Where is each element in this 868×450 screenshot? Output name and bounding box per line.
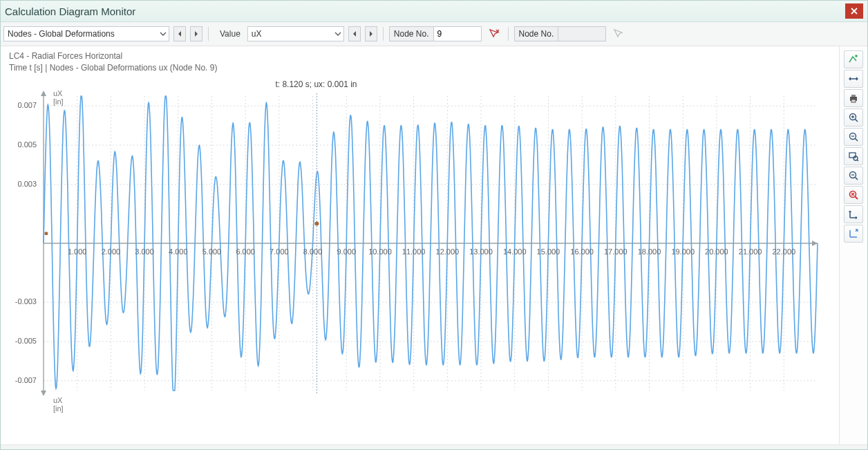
x-tick: 18.000 [638,247,661,256]
x-tick: 4.000 [169,247,188,256]
zoom-minus-icon [848,170,859,181]
svg-point-31 [314,222,319,226]
reset-zoom-icon [848,189,859,200]
toggle-axis-tool[interactable] [844,70,863,88]
separator [508,27,509,41]
zoom-out-icon [848,131,859,142]
zoom-window-icon [848,151,859,162]
x-tick: 22.000 [772,247,795,256]
x-tick: 6.000 [236,247,255,256]
pick-node-button[interactable] [486,26,502,41]
chevron-down-icon [334,30,341,38]
value-label: Value [214,29,243,39]
plot-area[interactable]: LC4 - Radial Forces Horizontal Time t [s… [1,46,839,444]
separator [208,27,209,41]
x-tick: 12.000 [436,247,460,256]
x-tick: 14.000 [503,247,527,256]
value-dropdown[interactable]: uX [247,26,344,41]
y-tick: 0.003 [6,180,37,188]
triangle-right-icon [368,30,374,37]
category-prev-button[interactable] [173,26,186,41]
node-label-2: Node No. [514,26,558,41]
x-tick: 3.000 [135,247,154,256]
axes-origin-tool[interactable] [844,205,863,223]
axes-move-tool[interactable] [844,225,863,243]
body: LC4 - Radial Forces Horizontal Time t [s… [1,46,867,444]
print-icon [848,93,859,104]
side-toolbar [839,46,867,444]
value-value: uX [248,29,274,39]
zoom-in-y-tool[interactable] [844,109,863,126]
y-tick: -0.005 [6,337,37,345]
node-field-2: Node No. [514,26,607,41]
svg-rect-34 [851,95,856,97]
footer [1,444,867,449]
plot-svg [1,46,823,420]
zoom-window-tool[interactable] [844,147,863,165]
node-field: Node No. [389,26,482,41]
x-tick: 21.000 [739,247,762,256]
separator [383,27,384,41]
triangle-left-icon [177,30,182,37]
print-tool[interactable] [844,89,863,107]
cursor-icon [613,28,624,39]
axis-icon [848,73,859,84]
x-tick: 17.000 [604,247,628,256]
close-button[interactable] [845,3,863,19]
axes-icon [848,209,859,220]
node-label: Node No. [389,26,433,41]
chevron-down-icon [160,30,167,38]
zoom-out-tool[interactable] [844,167,863,185]
triangle-right-icon [194,30,199,37]
x-tick: 5.000 [202,247,222,256]
add-line-tool[interactable] [844,50,863,68]
x-tick: 15.000 [537,247,560,256]
y-tick: 0.007 [6,101,37,109]
reset-zoom-tool[interactable] [844,186,863,204]
zoom-out-y-tool[interactable] [844,128,863,146]
y-tick: 0.005 [6,140,37,149]
x-tick: 19.000 [671,247,695,256]
x-tick: 2.000 [102,247,121,256]
x-tick: 13.000 [469,247,493,256]
category-value: Nodes - Global Deformations [4,29,127,39]
y-tick: -0.003 [6,297,37,306]
node-input[interactable] [433,26,482,41]
add-line-icon [848,54,859,65]
svg-point-32 [44,232,48,235]
x-tick: 20.000 [705,247,728,256]
close-icon [851,8,858,15]
zoom-in-icon [848,112,859,123]
x-tick: 11.000 [402,247,426,256]
cursor-cross-icon [489,28,500,39]
toolbar: Nodes - Global Deformations Value uX Nod… [1,22,867,46]
x-tick: 1.000 [68,247,87,256]
x-tick: 9.000 [337,247,356,256]
value-prev-button[interactable] [348,26,361,41]
titlebar: Calculation Diagram Monitor [1,1,867,22]
category-next-button[interactable] [190,26,202,41]
axes-move-icon [848,228,859,239]
window-title: Calculation Diagram Monitor [5,6,135,17]
node-input-2 [558,26,606,41]
calculation-diagram-window: { "window": { "title": "Calculation Diag… [0,0,868,450]
pick-node-button-disabled [610,26,627,41]
x-tick: 16.000 [570,247,594,256]
triangle-left-icon [352,30,357,37]
category-dropdown[interactable]: Nodes - Global Deformations [3,26,169,41]
y-tick: -0.007 [6,376,37,384]
x-tick: 10.000 [368,247,392,256]
svg-rect-35 [851,100,856,102]
x-tick: 7.000 [270,247,289,256]
x-tick: 8.000 [303,247,323,256]
value-next-button[interactable] [365,26,377,41]
